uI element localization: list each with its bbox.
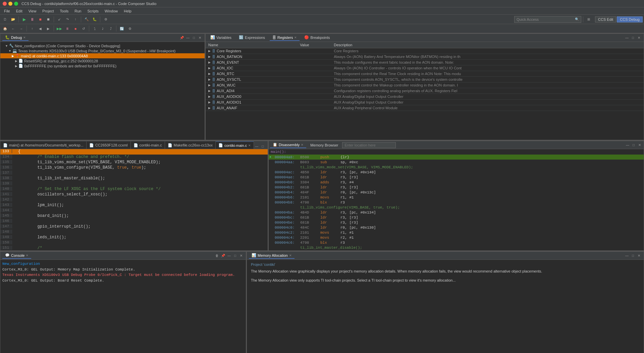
menu-edit[interactable]: Edit <box>13 8 25 14</box>
menu-tools[interactable]: Tools <box>57 8 71 14</box>
reg-table-row[interactable]: ▶ 🗄 AUX_AIODIO0 AUX Analog/Digital Input… <box>206 94 644 100</box>
disasm-tab[interactable]: 📋 Disassembly ✕ <box>270 142 306 148</box>
console-min[interactable]: — <box>226 253 232 258</box>
reg-table-row[interactable]: ▶ 🗄 AON_BATMON Always On (AON) Battery A… <box>206 54 644 60</box>
debug-tab[interactable]: 🐛 Debug ✕ <box>2 35 29 41</box>
editor-panel-max[interactable]: □ <box>260 143 265 149</box>
code-line[interactable]: 139 <box>0 181 268 187</box>
registers-tab[interactable]: 🗄 Registers ✕ <box>270 35 300 41</box>
mem-panel-close[interactable]: ✕ <box>636 253 642 258</box>
debug-item-hex[interactable]: ▶ 📄 0xFFFFFFFE (no symbols are defined f… <box>0 63 205 68</box>
mem-browser-tab[interactable]: Memory Browser <box>308 142 341 148</box>
registers-tab-close[interactable]: ✕ <box>294 36 297 39</box>
editor-tab-0[interactable]: 📄 main() at /home/mors/Documents/ti_work… <box>0 141 87 149</box>
maximize-button[interactable] <box>14 2 18 6</box>
menu-file[interactable]: File <box>1 8 13 14</box>
code-line[interactable]: 148 <box>0 230 268 235</box>
console-close[interactable]: ✕ <box>26 254 29 257</box>
disasm-line[interactable]: ti_lib_int_master_disable(); <box>269 245 644 250</box>
reg-table-row[interactable]: ▶ 🗄 AUX_ADI4 Configuration registers con… <box>206 88 644 94</box>
toolbar-new[interactable]: 🗋 <box>1 16 9 23</box>
disasm-line[interactable]: 000004ae: 681B ldr r3, [r3] <box>269 175 644 180</box>
window-controls[interactable] <box>3 2 18 6</box>
toolbar-step-return[interactable]: ↑ <box>72 16 79 23</box>
menu-window[interactable]: Window <box>102 8 120 14</box>
editor-panel-close[interactable]: ✕ <box>266 143 268 149</box>
toolbar-disconnect[interactable]: ⏹ <box>45 16 52 23</box>
mem-panel-min[interactable]: — <box>624 253 630 258</box>
disasm-close[interactable]: ✕ <box>301 143 304 146</box>
disasm-line[interactable]: ti_lib_vims_configure(VIMS_BASE, true, t… <box>269 205 644 210</box>
mem-panel-max[interactable]: □ <box>630 253 636 258</box>
disasm-line[interactable]: 000004c8: F7FFFF4C bl #0x364 <box>269 250 644 250</box>
code-line[interactable]: 150 <box>0 240 268 246</box>
disasm-line[interactable]: 000004c6: 4798 blx r3 <box>269 240 644 245</box>
debug-panel-close[interactable]: ✕ <box>197 35 203 41</box>
disasm-line[interactable]: 000004be: 681B ldr r3, [r3] <box>269 220 644 225</box>
disasm-line[interactable]: 000004b2: 681B ldr r3, [r3] <box>269 185 644 190</box>
mem-close[interactable]: ✕ <box>289 254 292 257</box>
debug-panel-pin[interactable]: 📌 <box>179 35 184 41</box>
debug-item-device[interactable]: ▼ 💻 Texas Instruments XDS100v3 USB Debug… <box>0 48 205 53</box>
reg-table-row[interactable]: ▶ 🗄 AON_IOC Always On (AON) IO Controlle… <box>206 65 644 71</box>
debug-reset[interactable]: ↺ <box>80 25 87 32</box>
disasm-line[interactable]: 000004b8: 4798 blx r3 <box>269 200 644 205</box>
toolbar-build[interactable]: 🔨 <box>83 16 90 23</box>
code-line[interactable]: 142 <box>0 197 268 203</box>
code-line[interactable]: 134 /* Enable flash cache and prefetch. … <box>0 155 268 160</box>
code-line[interactable]: 145 board_init(); <box>0 214 268 219</box>
disasm-line[interactable]: 000004aa: B083 sub sp, #0xc <box>269 160 644 165</box>
location-input[interactable] <box>342 142 396 148</box>
debug-back[interactable]: ← <box>9 25 17 32</box>
toolbar-layout[interactable]: ⊞ <box>585 16 592 23</box>
editor-panel-min[interactable]: — <box>254 143 259 149</box>
debug-run2[interactable]: ▶▶ <box>56 25 63 32</box>
disasm-line[interactable]: 000004c2: 2101 movs r1, #1 <box>269 230 644 235</box>
expressions-tab[interactable]: 🔣 Expressions <box>236 35 268 41</box>
toolbar-open[interactable]: 📂 <box>9 16 17 23</box>
menu-view[interactable]: View <box>26 8 39 14</box>
variables-tab[interactable]: 📊 Variables <box>208 35 234 41</box>
debug-item-reset[interactable]: ▶ 📄 ResetISR() at startup_gcc.c:252 0x00… <box>0 58 205 63</box>
menu-project[interactable]: Project <box>40 8 56 14</box>
toolbar-settings[interactable]: ⚙ <box>102 16 109 23</box>
code-line[interactable]: 149 leds_init(); <box>0 235 268 240</box>
disasm-line[interactable]: 000004bc: 681B ldr r3, [r3] <box>269 215 644 220</box>
debug-panel-min[interactable]: — <box>185 35 191 41</box>
code-line[interactable]: 135 ti_lib_vims_mode_set(VIMS_BASE, VIMS… <box>0 160 268 165</box>
debug-item-config[interactable]: ▼ 🔧 New_configuration [Code Composer Stu… <box>0 43 205 48</box>
disasm-line[interactable]: 000004b4: 484F ldr r0, [pc, #0x13c] <box>269 190 644 195</box>
disasm-panel-max[interactable]: □ <box>631 142 636 148</box>
toolbar-step-into[interactable]: ↙ <box>56 16 63 23</box>
disasm-panel-min[interactable]: — <box>625 142 630 148</box>
disasm-line[interactable]: 000004c0: 484C ldr r0, [pc, #0x130] <box>269 225 644 230</box>
toolbar-stop[interactable]: ■ <box>37 16 44 23</box>
menu-run[interactable]: Run <box>72 8 84 14</box>
tab-close-4[interactable]: ✕ <box>248 144 251 147</box>
reg-table-row[interactable]: ▶ 🗄 AON_EVENT This module configures the… <box>206 60 644 65</box>
disasm-line[interactable]: ti_lib_vims_mode_set(VIMS_BASE, VIMS_MOD… <box>269 165 644 170</box>
reg-table-row[interactable]: ▶ 🗄 AON_SYSCTL This component controls A… <box>206 77 644 82</box>
menu-scripts[interactable]: Scripts <box>85 8 101 14</box>
reg-table-row[interactable]: ▶ 🗄 Core Registers Core Registers <box>206 48 644 54</box>
code-line[interactable]: 136 ti_lib_vims_configure(VIMS_BASE, tru… <box>0 165 268 171</box>
debug-configure[interactable]: ⚙ <box>126 25 133 32</box>
debug-stop2[interactable]: ■ <box>72 25 79 32</box>
debug-item-main[interactable]: ▶ 📍 main() at contiki-main.c:133 0x00000… <box>0 53 205 58</box>
toolbar-step-over[interactable]: ↷ <box>64 16 71 23</box>
reg-table-row[interactable]: ▶ 🗄 AUX_AIODIO1 AUX Analog/Digital Input… <box>206 100 644 105</box>
code-line[interactable]: 147 gpio_interrupt_init(); <box>0 224 268 230</box>
disasm-panel-close[interactable]: ✕ <box>637 142 642 148</box>
menu-help[interactable]: Help <box>121 8 134 14</box>
minimize-button[interactable] <box>8 2 12 6</box>
mem-tab[interactable]: 📊 Memory Allocation ✕ <box>249 252 294 259</box>
disasm-line[interactable]: 000004ba: 4B4D ldr r3, [pc, #0x134] <box>269 210 644 215</box>
code-line[interactable]: 141 oscillators_select_lf_xosc(); <box>0 192 268 197</box>
editor-tab-1[interactable]: 📄 CC2650F128.ccxml <box>87 141 131 149</box>
disasm-line[interactable]: 000004c4: 2201 movs r2, #1 <box>269 235 644 240</box>
reg-panel-max[interactable]: □ <box>630 35 636 41</box>
reg-table-row[interactable]: ▶ 🗄 AON_RTC This component control the R… <box>206 71 644 77</box>
editor-tab-2[interactable]: 📄 contiki-main.c <box>131 141 165 149</box>
code-line[interactable]: 143 lpm_init(); <box>0 203 268 208</box>
code-line[interactable]: 144 <box>0 208 268 214</box>
